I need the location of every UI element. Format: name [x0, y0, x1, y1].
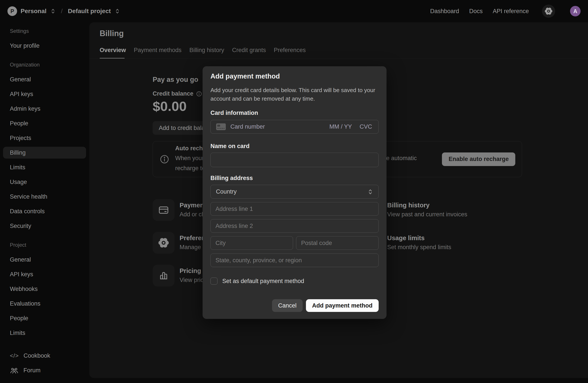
breadcrumb: P Personal / Default project [7, 6, 120, 16]
name-on-card-input[interactable] [210, 153, 379, 167]
chevron-updown-icon[interactable] [115, 8, 120, 14]
name-on-card-label: Name on card [210, 143, 250, 150]
sidebar-item-general[interactable]: General [3, 74, 86, 85]
feature-title[interactable]: Usage limits [387, 234, 451, 242]
breadcrumb-separator: / [59, 8, 64, 15]
settings-gear-button[interactable] [542, 5, 555, 18]
sidebar-item-project-general[interactable]: General [3, 254, 86, 266]
tab-overview[interactable]: Overview [100, 46, 126, 54]
sidebar-item-project-api-keys[interactable]: API keys [3, 268, 86, 280]
info-circle-icon [159, 154, 169, 164]
set-default-checkbox[interactable] [210, 278, 217, 285]
country-select[interactable]: Country [210, 185, 379, 199]
code-icon: </> [10, 352, 19, 359]
card-information-label: Card information [210, 110, 258, 116]
billing-address-label: Billing address [210, 175, 253, 182]
sidebar-link-cookbook[interactable]: </> Cookbook [0, 348, 89, 363]
billing-tabs: Overview Payment methods Billing history… [100, 46, 306, 54]
credit-balance-amount: $0.00 [153, 98, 187, 114]
enable-auto-recharge-button[interactable]: Enable auto recharge [442, 153, 515, 166]
user-avatar[interactable]: A [570, 6, 581, 16]
state-region-input[interactable] [210, 253, 379, 267]
feature-description: Set monthly spend limits [387, 244, 451, 251]
info-circle-icon[interactable] [196, 91, 202, 97]
tab-divider [89, 58, 588, 59]
gear-icon [545, 7, 553, 15]
sidebar-item-projects[interactable]: Projects [3, 132, 86, 144]
sidebar-item-billing[interactable]: Billing [3, 147, 86, 159]
cancel-button[interactable]: Cancel [272, 299, 303, 312]
sidebar-footer: </> Cookbook Forum [0, 348, 89, 378]
feature-description: View past and current invoices [387, 211, 467, 218]
card-expiry-input[interactable] [329, 120, 354, 134]
sidebar-item-your-profile[interactable]: Your profile [3, 40, 86, 52]
org-switcher[interactable]: Personal [21, 8, 46, 15]
nav-api-reference[interactable]: API reference [493, 8, 529, 15]
sidebar-item-people[interactable]: People [3, 117, 86, 129]
credit-card-icon [153, 199, 174, 221]
modal-title: Add payment method [210, 72, 280, 80]
cookbook-label: Cookbook [24, 352, 50, 359]
card-cvc-input[interactable] [359, 120, 373, 134]
org-avatar[interactable]: P [7, 6, 17, 16]
feature-title[interactable]: Billing history [387, 202, 467, 209]
tab-billing-history[interactable]: Billing history [189, 46, 224, 54]
modal-buttons: Cancel Add payment method [272, 299, 379, 312]
plan-badge: Pay as you go [153, 76, 198, 84]
sidebar-section-settings: Settings [0, 25, 89, 37]
country-select-value: Country [216, 188, 237, 195]
nav-docs[interactable]: Docs [469, 8, 483, 15]
sidebar-item-service-health[interactable]: Service health [3, 191, 86, 203]
forum-label: Forum [23, 367, 41, 374]
address-line2-input[interactable] [210, 219, 379, 233]
sidebar-item-limits[interactable]: Limits [3, 161, 86, 173]
sidebar-item-security[interactable]: Security [3, 220, 86, 232]
card-information-field [210, 120, 379, 134]
nav-dashboard[interactable]: Dashboard [430, 8, 459, 15]
chevron-updown-icon [367, 188, 373, 195]
add-payment-method-button[interactable]: Add payment method [306, 299, 379, 312]
modal-description: Add your credit card details below. This… [210, 86, 380, 103]
tab-payment-methods[interactable]: Payment methods [134, 46, 182, 54]
page-title: Billing [100, 29, 124, 38]
settings-sidebar: Settings Your profile Organization Gener… [0, 22, 89, 383]
sidebar-link-forum[interactable]: Forum [0, 363, 89, 378]
top-nav: Dashboard Docs API reference [430, 5, 581, 18]
gear-icon [153, 232, 174, 254]
credit-balance-row: Credit balance [153, 90, 202, 97]
sidebar-section-project: Project [0, 239, 89, 251]
chevron-updown-icon[interactable] [50, 8, 56, 14]
tab-preferences[interactable]: Preferences [274, 46, 306, 54]
people-icon [10, 367, 19, 374]
address-line1-input[interactable] [210, 202, 379, 216]
sidebar-item-data-controls[interactable]: Data controls [3, 205, 86, 217]
credit-balance-label: Credit balance [153, 90, 193, 97]
postal-code-input[interactable] [296, 236, 379, 250]
sidebar-item-admin-keys[interactable]: Admin keys [3, 103, 86, 115]
city-input[interactable] [210, 236, 293, 250]
add-payment-method-modal: Add payment method Add your credit card … [203, 66, 387, 319]
credit-card-icon [216, 123, 226, 130]
set-default-label: Set as default payment method [222, 278, 304, 285]
sidebar-section-organization: Organization [0, 59, 89, 71]
billing-settings-screen: P Personal / Default project Dashboard D… [0, 0, 588, 383]
sidebar-item-webhooks[interactable]: Webhooks [3, 283, 86, 295]
top-bar: P Personal / Default project Dashboard D… [0, 0, 588, 22]
sidebar-item-api-keys[interactable]: API keys [3, 88, 86, 100]
bar-chart-icon [153, 265, 174, 287]
project-switcher[interactable]: Default project [68, 8, 111, 15]
card-number-input[interactable] [226, 120, 329, 134]
sidebar-item-usage[interactable]: Usage [3, 176, 86, 188]
set-default-row[interactable]: Set as default payment method [210, 278, 304, 285]
tab-credit-grants[interactable]: Credit grants [232, 46, 266, 54]
sidebar-item-project-limits[interactable]: Limits [3, 327, 86, 339]
sidebar-item-project-people[interactable]: People [3, 312, 86, 324]
sidebar-item-evaluations[interactable]: Evaluations [3, 298, 86, 309]
